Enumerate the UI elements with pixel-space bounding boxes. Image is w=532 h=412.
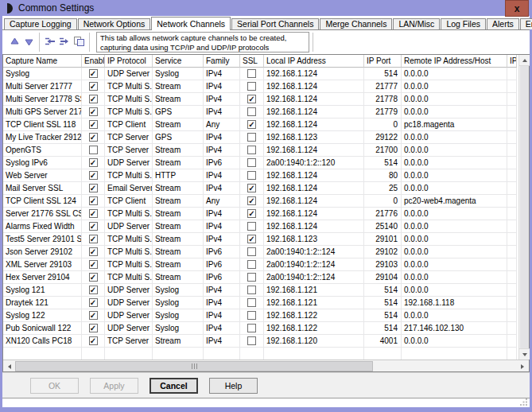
- enabled-checkbox[interactable]: [89, 298, 98, 307]
- table-row[interactable]: Web Server TCP Multi S... HTTP IPv4 192.…: [3, 169, 518, 182]
- enabled-checkbox[interactable]: [89, 286, 98, 294]
- scroll-up-button[interactable]: [519, 55, 530, 66]
- tab-capture-logging[interactable]: Capture Logging: [4, 18, 77, 29]
- enabled-checkbox[interactable]: [89, 336, 98, 345]
- ssl-checkbox[interactable]: [247, 273, 256, 282]
- ssl-checkbox[interactable]: [247, 69, 256, 78]
- table-row[interactable]: Alarms Fixed Width UDP Server Stream IPv…: [3, 220, 518, 233]
- append-channel-button[interactable]: [57, 34, 72, 50]
- table-row[interactable]: Syslog 122 UDP Server Syslog IPv4 192.16…: [3, 309, 518, 322]
- enabled-checkbox[interactable]: [89, 95, 98, 103]
- enabled-checkbox[interactable]: [89, 222, 98, 231]
- column-header-local-ip[interactable]: Local IP Address: [264, 55, 364, 68]
- cancel-button[interactable]: Cancel: [150, 378, 198, 394]
- enabled-checkbox[interactable]: [89, 171, 98, 180]
- column-header-ip-protocol[interactable]: IP Protocol: [105, 55, 153, 68]
- tab-network-channels[interactable]: Network Channels: [151, 17, 231, 30]
- enabled-checkbox[interactable]: [89, 158, 98, 167]
- enabled-checkbox[interactable]: [89, 82, 98, 91]
- table-row[interactable]: Json Server 29102 TCP Multi S... Stream …: [3, 246, 518, 258]
- enabled-checkbox[interactable]: [89, 324, 98, 332]
- table-row[interactable]: Syslog UDP Server Syslog IPv4 192.168.1.…: [3, 68, 518, 80]
- enabled-checkbox[interactable]: [89, 196, 98, 205]
- table-row[interactable]: XN120 Calls PC18 TCP Server Stream IPv4 …: [3, 335, 518, 348]
- scroll-right-button[interactable]: [517, 361, 528, 371]
- table-row[interactable]: Multi Server 21777 TCP Multi S... Stream…: [3, 80, 518, 93]
- enabled-checkbox[interactable]: [89, 235, 98, 243]
- vertical-scroll-thumb[interactable]: [520, 66, 529, 348]
- tab-serial-port-channels[interactable]: Serial Port Channels: [231, 18, 319, 29]
- copy-channel-button[interactable]: [72, 34, 86, 50]
- ssl-checkbox[interactable]: [247, 107, 256, 116]
- ssl-checkbox[interactable]: [247, 235, 256, 243]
- ssl-checkbox[interactable]: [247, 298, 256, 307]
- ssl-checkbox[interactable]: [247, 171, 256, 180]
- scroll-left-button[interactable]: [4, 361, 15, 371]
- column-header-ssl[interactable]: SSL: [240, 55, 264, 68]
- enabled-checkbox[interactable]: [89, 146, 98, 154]
- enabled-checkbox[interactable]: [89, 133, 98, 142]
- tab-alerts[interactable]: Alerts: [487, 18, 519, 29]
- column-header-ip-extra[interactable]: IP: [507, 55, 517, 68]
- ssl-checkbox[interactable]: [247, 146, 256, 154]
- move-up-button[interactable]: [7, 34, 21, 50]
- ssl-checkbox[interactable]: [247, 158, 256, 167]
- horizontal-scroll-thumb[interactable]: [15, 361, 373, 371]
- ssl-checkbox[interactable]: [247, 196, 256, 205]
- ssl-checkbox[interactable]: [247, 336, 256, 345]
- ssl-checkbox[interactable]: [247, 133, 256, 142]
- table-row[interactable]: Test5 Server 29101 S... TCP Multi S... S…: [3, 233, 518, 246]
- ssl-checkbox[interactable]: [247, 120, 256, 129]
- table-row[interactable]: Multi Server 21778 SSL TCP Multi S... St…: [3, 93, 518, 106]
- ssl-checkbox[interactable]: [247, 82, 256, 91]
- ssl-checkbox[interactable]: [247, 247, 256, 256]
- column-header-enabled[interactable]: Enabled: [82, 55, 105, 68]
- table-row[interactable]: Pub Sonicwall 122 UDP Server Syslog IPv4…: [3, 322, 518, 335]
- table-row[interactable]: Syslog 121 UDP Server Syslog IPv4 192.16…: [3, 284, 518, 297]
- tab-log-files[interactable]: Log Files: [441, 18, 486, 29]
- enabled-checkbox[interactable]: [89, 107, 98, 116]
- ssl-checkbox[interactable]: [247, 324, 256, 332]
- help-button[interactable]: Help: [209, 378, 258, 394]
- enabled-checkbox[interactable]: [89, 209, 98, 218]
- table-row[interactable]: TCP Client SSL 118 TCP Client Stream Any…: [3, 119, 518, 131]
- ssl-checkbox[interactable]: [247, 95, 256, 103]
- table-row[interactable]: Mail Server SSL Email Server Stream IPv4…: [3, 182, 518, 195]
- column-header-ip-port[interactable]: IP Port: [364, 55, 402, 68]
- column-header-remote-host[interactable]: Remote IP Address/Host: [402, 55, 507, 68]
- horizontal-scrollbar[interactable]: [3, 360, 529, 371]
- titlebar[interactable]: Common Settings x: [0, 0, 532, 16]
- enabled-checkbox[interactable]: [89, 260, 98, 269]
- table-row[interactable]: Multi GPS Server 21779 TCP Multi S... GP…: [3, 106, 518, 119]
- table-row[interactable]: Syslog IPv6 UDP Server Stream IPv6 2a00:…: [3, 157, 518, 169]
- resize-grip-icon[interactable]: [520, 398, 528, 406]
- tab-merge-channels[interactable]: Merge Channels: [320, 18, 392, 29]
- tab-email[interactable]: Email: [520, 18, 532, 29]
- ssl-checkbox[interactable]: [247, 311, 256, 320]
- scroll-down-button[interactable]: [519, 348, 530, 360]
- enabled-checkbox[interactable]: [89, 120, 98, 129]
- enabled-checkbox[interactable]: [89, 273, 98, 282]
- ssl-checkbox[interactable]: [247, 209, 256, 218]
- column-header-service[interactable]: Service: [153, 55, 204, 68]
- tab-network-options[interactable]: Network Options: [78, 18, 151, 29]
- move-down-button[interactable]: [21, 34, 36, 50]
- table-row[interactable]: Server 21776 SSL CS... TCP Multi S... St…: [3, 208, 518, 220]
- table-row[interactable]: Draytek 121 UDP Server Syslog IPv4 192.1…: [3, 297, 518, 309]
- enabled-checkbox[interactable]: [89, 311, 98, 320]
- ssl-checkbox[interactable]: [247, 286, 256, 294]
- column-header-capture-name[interactable]: Capture Name: [3, 55, 82, 68]
- ssl-checkbox[interactable]: [247, 260, 256, 269]
- insert-channel-button[interactable]: [43, 34, 57, 50]
- table-row[interactable]: Hex Server 29104 TCP Multi S... Stream I…: [3, 271, 518, 284]
- vertical-scrollbar[interactable]: [518, 55, 529, 360]
- enabled-checkbox[interactable]: [89, 184, 98, 192]
- enabled-checkbox[interactable]: [89, 69, 98, 78]
- table-row[interactable]: OpenGTS TCP Server Stream IPv4 192.168.1…: [3, 144, 518, 157]
- table-row[interactable]: My Live Tracker 29122 TCP Server GPS IPv…: [3, 131, 518, 144]
- table-row[interactable]: TCP Client SSL 124 TCP Client Stream Any…: [3, 195, 518, 208]
- close-button[interactable]: x: [505, 0, 529, 17]
- table-row[interactable]: XML Server 29103 TCP Multi S... Stream I…: [3, 258, 518, 271]
- tab-lan-misc[interactable]: LAN/Misc: [393, 18, 440, 29]
- enabled-checkbox[interactable]: [89, 247, 98, 256]
